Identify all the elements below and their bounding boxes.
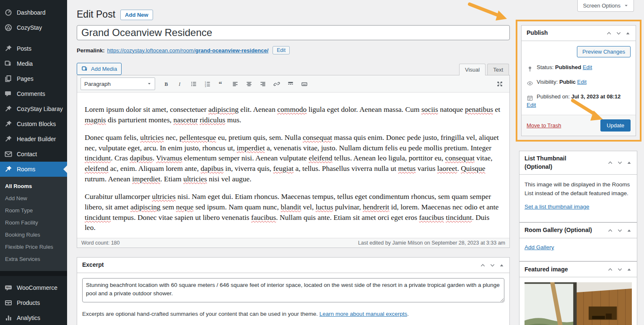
chevron-up-icon bbox=[606, 30, 612, 36]
tab-text[interactable]: Text bbox=[487, 64, 509, 75]
move-up-button[interactable] bbox=[607, 227, 613, 234]
permalink-edit-button[interactable]: Edit bbox=[273, 46, 290, 54]
pin-icon bbox=[4, 120, 13, 128]
chevron-down-icon bbox=[489, 262, 496, 268]
sidebar-item-label: Dashboard bbox=[17, 9, 46, 16]
align-center-icon bbox=[246, 80, 252, 88]
submenu-item-all-rooms[interactable]: All Rooms bbox=[0, 180, 67, 192]
submenu-item-extra-services[interactable]: Extra Services bbox=[0, 253, 67, 265]
woocommerce-icon: Woo bbox=[4, 284, 13, 292]
bullet-list-icon bbox=[190, 80, 197, 88]
permalink-link[interactable]: https://cozystay.loftocean.com/room/gran… bbox=[107, 47, 268, 54]
move-to-trash-link[interactable]: Move to Trash bbox=[527, 122, 561, 129]
permalink-row: Permalink: https://cozystay.loftocean.co… bbox=[77, 46, 510, 54]
editor-content[interactable]: Lorem ipsum dolor sit amet, consectetuer… bbox=[77, 93, 509, 238]
list-thumbnail-title: List Thumbnail (Optional) bbox=[525, 151, 592, 174]
sidebar-item-label: Rooms bbox=[17, 166, 35, 173]
manual-excerpts-link[interactable]: Learn more about manual excerpts bbox=[319, 311, 407, 317]
pin-icon bbox=[4, 135, 13, 143]
sidebar-item-pages[interactable]: Pages bbox=[0, 71, 67, 86]
set-list-thumbnail-link[interactable]: Set a list thumbnail image bbox=[525, 204, 589, 210]
sidebar-item-contact[interactable]: Contact bbox=[0, 147, 67, 162]
sidebar-item-rooms[interactable]: Rooms bbox=[0, 162, 67, 177]
list-thumbnail-panel: List Thumbnail (Optional) This image wil… bbox=[519, 151, 637, 222]
update-button[interactable]: Update bbox=[600, 119, 631, 132]
move-up-button[interactable] bbox=[480, 262, 486, 268]
tab-visual[interactable]: Visual bbox=[459, 64, 486, 75]
publish-row-edit-link[interactable]: Edit bbox=[583, 64, 592, 70]
move-down-button[interactable] bbox=[617, 160, 623, 166]
sidebar-item-comments[interactable]: Comments bbox=[0, 86, 67, 101]
excerpt-textarea[interactable]: Stunning beachfront location with 60 squ… bbox=[82, 278, 504, 302]
move-down-button[interactable] bbox=[615, 30, 622, 36]
publish-row-label: Visibility: bbox=[537, 79, 558, 85]
toggle-panel-button[interactable] bbox=[626, 160, 632, 165]
toggle-panel-button[interactable] bbox=[499, 263, 504, 268]
toolbar-buttons: BI123“ bbox=[160, 78, 311, 89]
fullscreen-icon bbox=[496, 80, 503, 88]
featured-image-photo[interactable] bbox=[525, 282, 632, 325]
move-up-button[interactable] bbox=[606, 30, 612, 36]
sidebar-item-analytics[interactable]: Analytics bbox=[0, 310, 67, 325]
toggle-panel-button[interactable] bbox=[626, 267, 632, 272]
sidebar-item-custom-blocks[interactable]: Custom Blocks bbox=[0, 116, 67, 132]
toggle-panel-button[interactable] bbox=[626, 228, 632, 233]
sidebar-item-label: Header Builder bbox=[17, 136, 56, 142]
add-media-button[interactable]: Add Media bbox=[77, 63, 122, 75]
toggle-panel-button[interactable] bbox=[625, 31, 631, 36]
paragraph-format-select[interactable]: Paragraph bbox=[80, 77, 155, 90]
link-button[interactable] bbox=[270, 78, 283, 89]
bold-button[interactable]: B bbox=[160, 78, 172, 89]
sidebar-item-woocommerce[interactable]: WooWooCommerce bbox=[0, 280, 67, 295]
move-down-button[interactable] bbox=[617, 227, 623, 234]
publish-row-status-: Status: Published Edit bbox=[527, 63, 631, 72]
sidebar-item-label: Custom Blocks bbox=[17, 121, 56, 127]
submenu-item-add-new[interactable]: Add New bbox=[0, 192, 67, 204]
sidebar-item-posts[interactable]: Posts bbox=[0, 41, 67, 56]
sidebar-item-label: Comments bbox=[17, 90, 45, 97]
read-more-button[interactable] bbox=[284, 78, 297, 89]
sidebar-item-cozystay[interactable]: CozyStay bbox=[0, 20, 67, 35]
editor-toolbar: Paragraph BI123“ bbox=[77, 75, 509, 93]
align-right-button[interactable] bbox=[257, 78, 269, 89]
italic-button[interactable]: I bbox=[174, 78, 186, 89]
add-new-button[interactable]: Add New bbox=[120, 10, 153, 20]
submenu-item-booking-rules[interactable]: Booking Rules bbox=[0, 229, 67, 241]
visual-editor: Paragraph BI123“ Lorem ipsum dolor sit a… bbox=[77, 75, 510, 248]
move-up-button[interactable] bbox=[607, 266, 613, 273]
post-title-input[interactable] bbox=[77, 25, 510, 40]
align-left-button[interactable] bbox=[229, 78, 242, 89]
editor-column: Edit Post Add New Permalink: https://coz… bbox=[77, 4, 510, 325]
move-down-button[interactable] bbox=[617, 266, 623, 273]
sidebar-item-products[interactable]: Products bbox=[0, 295, 67, 310]
move-down-button[interactable] bbox=[489, 262, 496, 268]
submenu-item-room-type[interactable]: Room Type bbox=[0, 204, 67, 217]
sidebar-item-header-builder[interactable]: Header Builder bbox=[0, 132, 67, 147]
keyboard-button[interactable] bbox=[298, 78, 311, 89]
submenu-item-flexible-price-rules[interactable]: Flexible Price Rules bbox=[0, 241, 67, 253]
editor-paragraph: Donec quam felis, ultricies nec, pellent… bbox=[85, 132, 502, 184]
sidebar-item-cozystay-libaray[interactable]: CozyStay Libaray bbox=[0, 101, 67, 116]
submenu-item-room-facility[interactable]: Room Facility bbox=[0, 217, 67, 229]
preview-changes-button[interactable]: Preview Changes bbox=[577, 46, 631, 57]
bullet-list-button[interactable] bbox=[187, 78, 200, 89]
add-gallery-link[interactable]: Add Gallery bbox=[525, 244, 554, 250]
fullscreen-button[interactable] bbox=[493, 78, 506, 89]
list-thumbnail-description: This image will be displayed in the Room… bbox=[525, 181, 632, 198]
sidebar-item-media[interactable]: Media bbox=[0, 56, 67, 71]
align-center-button[interactable] bbox=[243, 78, 255, 89]
featured-image-panel: Featured image bbox=[519, 261, 637, 325]
publish-row-edit-link[interactable]: Edit bbox=[577, 79, 587, 85]
chevron-up-icon bbox=[607, 227, 613, 234]
page-title: Edit Post bbox=[77, 8, 115, 21]
publish-row-edit-link[interactable]: Edit bbox=[527, 102, 536, 108]
screen-options-button[interactable]: Screen Options bbox=[577, 0, 634, 12]
svg-text:I: I bbox=[178, 81, 181, 87]
align-right-icon bbox=[260, 80, 266, 88]
editor-statusbar: Word count: 180 Last edited by Jamie Mil… bbox=[77, 238, 509, 248]
sidebar-item-dashboard[interactable]: Dashboard bbox=[0, 5, 67, 20]
blockquote-button[interactable]: “ bbox=[215, 78, 228, 89]
numbered-list-button[interactable]: 123 bbox=[201, 78, 214, 89]
link-icon bbox=[273, 80, 280, 88]
move-up-button[interactable] bbox=[607, 160, 613, 166]
